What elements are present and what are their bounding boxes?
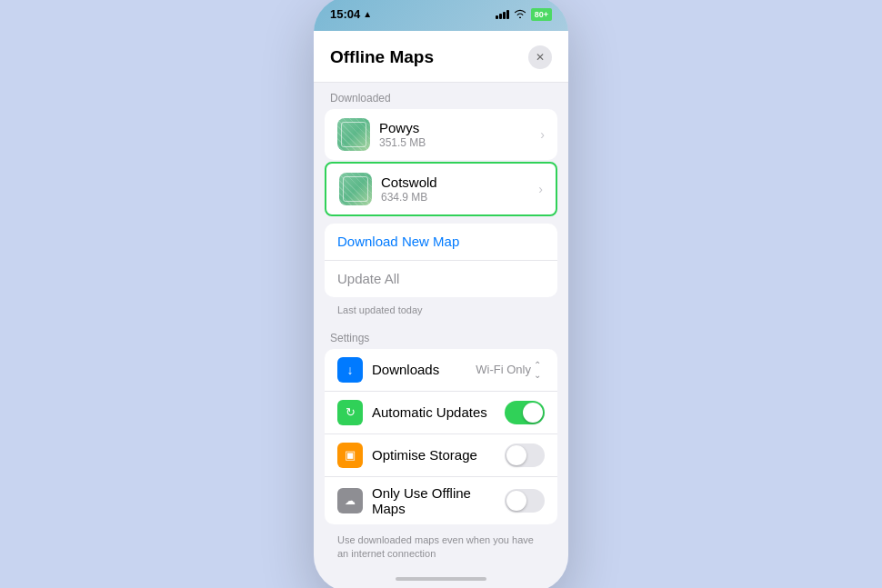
powys-map-item[interactable]: Powys 351.5 MB ›: [325, 109, 557, 160]
cotswold-map-thumbnail: [339, 173, 372, 205]
optimise-storage-knob: [506, 445, 526, 465]
cotswold-info: Cotswold 634.9 MB: [381, 174, 538, 204]
powys-name: Powys: [379, 120, 540, 135]
optimise-storage-setting[interactable]: ▣ Optimise Storage: [325, 434, 557, 477]
downloads-value: Wi-Fi Only ⌃⌄: [476, 360, 541, 380]
downloads-chevron-up-down: ⌃⌄: [534, 360, 541, 380]
location-icon: ▲: [363, 9, 372, 19]
battery-level: 80+: [535, 10, 548, 19]
powys-size: 351.5 MB: [379, 136, 540, 149]
optimise-storage-label: Optimise Storage: [372, 447, 505, 463]
modal-header: Offline Maps ✕: [314, 31, 568, 83]
close-icon: ✕: [536, 51, 545, 64]
cotswold-size: 634.9 MB: [381, 191, 538, 204]
optimise-storage-toggle[interactable]: [505, 443, 545, 467]
update-all-label: Update All: [337, 271, 399, 286]
cotswold-map-thumb-overlay: [343, 176, 368, 202]
map-thumb-overlay: [341, 122, 366, 147]
optimise-storage-icon: ▣: [337, 443, 363, 468]
powys-map-section: Powys 351.5 MB ›: [325, 109, 557, 160]
close-button[interactable]: ✕: [528, 45, 552, 69]
cotswold-chevron: ›: [538, 182, 543, 196]
home-indicator-area: [314, 570, 568, 588]
signal-bar-2: [499, 14, 502, 19]
automatic-updates-toggle[interactable]: [505, 401, 545, 424]
automatic-updates-knob: [523, 403, 543, 423]
automatic-updates-label: Automatic Updates: [372, 404, 505, 420]
signal-bar-4: [506, 10, 509, 19]
offline-maps-knob: [506, 491, 526, 511]
offline-maps-toggle[interactable]: [505, 489, 545, 513]
modal-container: Offline Maps ✕ Downloaded Powys 351.5 MB…: [314, 31, 568, 571]
download-new-map-item[interactable]: Download New Map: [325, 224, 557, 261]
signal-bar-3: [503, 12, 506, 19]
downloads-icon: ↓: [337, 357, 363, 383]
cotswold-map-item[interactable]: Cotswold 634.9 MB ›: [326, 164, 556, 214]
footer-note: Use downloaded maps even when you have a…: [325, 528, 557, 571]
offline-maps-setting[interactable]: ☁ Only Use Offline Maps: [325, 477, 557, 524]
cotswold-map-section: Cotswold 634.9 MB ›: [325, 162, 557, 216]
modal-title: Offline Maps: [330, 47, 434, 67]
status-icons: 80+: [496, 8, 552, 21]
cotswold-name: Cotswold: [381, 174, 538, 190]
offline-maps-icon: ☁: [337, 488, 363, 513]
status-time: 15:04 ▲: [330, 7, 372, 21]
signal-bars: [496, 10, 509, 19]
actions-section: Download New Map Update All: [325, 224, 557, 297]
offline-maps-label: Only Use Offline Maps: [372, 485, 505, 516]
settings-section-label: Settings: [314, 323, 568, 349]
signal-bar-1: [496, 15, 498, 19]
downloaded-section-label: Downloaded: [314, 83, 568, 109]
powys-chevron: ›: [540, 127, 545, 142]
status-bar: 15:04 ▲ 80+: [314, 0, 568, 31]
powys-info: Powys 351.5 MB: [379, 120, 540, 149]
wifi-icon: [514, 9, 526, 20]
time-display: 15:04: [330, 7, 360, 21]
phone-frame: 15:04 ▲ 80+ Offl: [314, 0, 568, 588]
battery-indicator: 80+: [531, 8, 552, 21]
update-all-item[interactable]: Update All: [325, 261, 557, 297]
downloads-label: Downloads: [372, 362, 476, 377]
powys-map-thumbnail: [337, 118, 370, 151]
settings-list: ↓ Downloads Wi-Fi Only ⌃⌄ ↻ Automatic Up…: [325, 349, 557, 524]
automatic-updates-icon: ↻: [337, 400, 363, 425]
automatic-updates-setting[interactable]: ↻ Automatic Updates: [325, 392, 557, 434]
downloads-setting[interactable]: ↓ Downloads Wi-Fi Only ⌃⌄: [325, 349, 557, 392]
download-new-map-link[interactable]: Download New Map: [337, 234, 459, 249]
last-updated-label: Last updated today: [314, 301, 568, 323]
home-bar: [396, 577, 486, 581]
